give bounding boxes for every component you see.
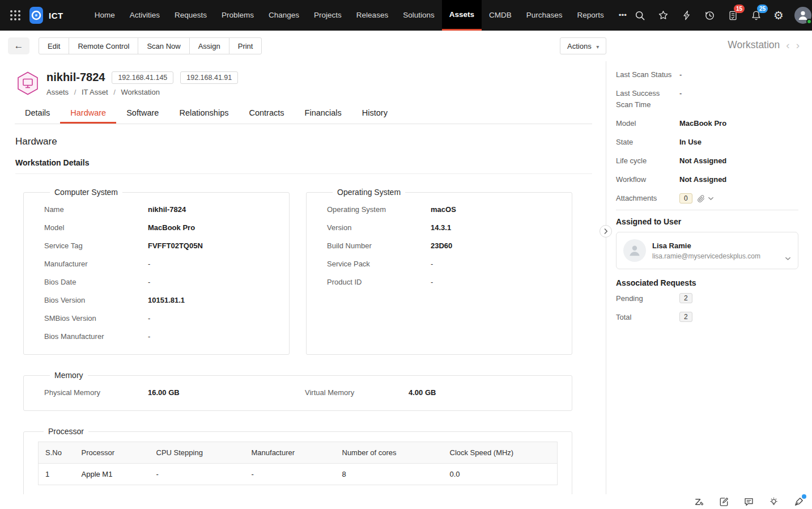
nav-activities[interactable]: Activities bbox=[122, 0, 167, 31]
prev-asset-icon[interactable]: ‹ bbox=[786, 40, 789, 50]
nav-changes[interactable]: Changes bbox=[261, 0, 307, 31]
nav-purchases[interactable]: Purchases bbox=[519, 0, 570, 31]
tab-history[interactable]: History bbox=[352, 103, 398, 124]
presence-indicator bbox=[806, 19, 812, 24]
tips-lightbulb-icon[interactable] bbox=[768, 496, 779, 507]
quick-actions-icon[interactable] bbox=[681, 9, 693, 22]
nav-assets[interactable]: Assets bbox=[442, 0, 482, 31]
field-value: nikhil-7824 bbox=[148, 205, 186, 214]
computer-system-panel: Computer System Namenikhil-7824 ModelMac… bbox=[23, 188, 290, 355]
field-row: Build Number23D60 bbox=[327, 236, 572, 255]
remote-control-button[interactable]: Remote Control bbox=[69, 37, 138, 54]
user-avatar[interactable] bbox=[794, 7, 811, 24]
nav-requests[interactable]: Requests bbox=[167, 0, 214, 31]
zia-assistant-icon[interactable] bbox=[693, 496, 704, 507]
assigned-user-name: Lisa Ramie bbox=[652, 241, 760, 250]
search-icon[interactable] bbox=[634, 9, 647, 22]
asset-tabs: Details Hardware Software Relationships … bbox=[15, 103, 592, 124]
notifications-bell-icon[interactable]: 25 bbox=[750, 9, 763, 22]
nav-releases[interactable]: Releases bbox=[349, 0, 396, 31]
assign-button[interactable]: Assign bbox=[189, 37, 229, 54]
attachments-chevron-down-icon[interactable] bbox=[708, 196, 714, 201]
sidebar-field-row: WorkflowNot Assigned bbox=[616, 174, 798, 185]
user-card-chevron-down-icon[interactable] bbox=[785, 256, 791, 261]
tab-details[interactable]: Details bbox=[15, 103, 60, 124]
breadcrumb-workstation[interactable]: Workstation bbox=[121, 88, 160, 96]
field-row: Bios Version10151.81.1 bbox=[44, 291, 289, 309]
operating-system-panel: Operating System Operating SystemmacOS V… bbox=[306, 188, 572, 355]
feedback-chat-icon[interactable] bbox=[743, 496, 754, 507]
entity-pager: Workstation ‹ › bbox=[728, 39, 800, 51]
tab-financials[interactable]: Financials bbox=[295, 103, 352, 124]
print-button[interactable]: Print bbox=[229, 37, 262, 54]
sidebar-field-row: Last Success Scan Time- bbox=[616, 88, 798, 111]
column-header: Number of cores bbox=[335, 442, 443, 464]
column-header: Clock Speed (MHz) bbox=[443, 442, 558, 464]
column-header: Processor bbox=[75, 442, 150, 464]
scan-now-button[interactable]: Scan Now bbox=[138, 37, 189, 54]
field-value: macOS bbox=[431, 205, 456, 214]
field-label: Service Pack bbox=[327, 260, 431, 268]
field-value: - bbox=[679, 69, 682, 80]
sidebar-collapse-toggle[interactable] bbox=[600, 225, 612, 237]
nav-more[interactable]: ••• bbox=[611, 0, 634, 31]
operating-system-legend: Operating System bbox=[333, 188, 405, 197]
field-label: Build Number bbox=[327, 241, 431, 250]
table-cell: 0.0 bbox=[443, 464, 558, 485]
processor-panel: Processor S.No Processor CPU Stepping Ma… bbox=[23, 427, 572, 496]
field-value: MacBook Pro bbox=[148, 223, 195, 232]
tab-contracts[interactable]: Contracts bbox=[239, 103, 294, 124]
sidebar-field-row: StateIn Use bbox=[616, 137, 798, 148]
breadcrumb: Assets / IT Asset / Workstation bbox=[46, 88, 238, 96]
nav-problems[interactable]: Problems bbox=[214, 0, 261, 31]
table-cell: Apple M1 bbox=[75, 464, 150, 485]
field-value: 4.00 GB bbox=[409, 388, 436, 397]
tab-software[interactable]: Software bbox=[116, 103, 169, 124]
rewards-icon[interactable] bbox=[657, 9, 670, 22]
nav-cmdb[interactable]: CMDB bbox=[482, 0, 519, 31]
nav-reports[interactable]: Reports bbox=[570, 0, 611, 31]
field-row: Bios Manufacturer- bbox=[44, 327, 289, 345]
breadcrumb-it-asset[interactable]: IT Asset bbox=[82, 88, 108, 96]
column-header: Manufacturer bbox=[245, 442, 335, 464]
paperclip-icon[interactable] bbox=[697, 194, 705, 203]
apps-grid-icon[interactable] bbox=[10, 10, 20, 20]
total-count-badge[interactable]: 2 bbox=[679, 312, 692, 322]
release-notes-icon[interactable] bbox=[718, 496, 729, 507]
assigned-user-card[interactable]: Lisa Ramie lisa.ramie@myservicedeskplus.… bbox=[616, 232, 798, 269]
back-button[interactable]: ← bbox=[8, 37, 29, 54]
nav-solutions[interactable]: Solutions bbox=[396, 0, 442, 31]
edit-button[interactable]: Edit bbox=[39, 37, 69, 54]
ip-address-badge: 192.168.41.91 bbox=[180, 71, 238, 84]
breadcrumb-separator: / bbox=[113, 88, 116, 96]
field-value: - bbox=[148, 260, 150, 268]
approvals-icon[interactable]: 15 bbox=[727, 9, 739, 22]
assigned-user-email: lisa.ramie@myservicedeskplus.com bbox=[652, 252, 760, 260]
assigned-to-user-heading: Assigned to User bbox=[616, 217, 798, 226]
next-asset-icon[interactable]: › bbox=[796, 40, 800, 50]
settings-gear-icon[interactable]: ⚙ bbox=[773, 10, 784, 21]
notifications-count-badge: 25 bbox=[757, 5, 768, 13]
tab-relationships[interactable]: Relationships bbox=[169, 103, 239, 124]
help-assistant-icon[interactable] bbox=[793, 496, 804, 507]
table-row: 1 Apple M1 - - 8 0.0 bbox=[39, 464, 558, 485]
table-header-row: S.No Processor CPU Stepping Manufacturer… bbox=[39, 442, 558, 464]
tab-hardware[interactable]: Hardware bbox=[60, 103, 116, 124]
total-label: Total bbox=[616, 313, 679, 321]
history-icon[interactable] bbox=[704, 9, 716, 22]
asset-action-buttons: Edit Remote Control Scan Now Assign Prin… bbox=[39, 37, 262, 54]
nav-projects[interactable]: Projects bbox=[307, 0, 349, 31]
field-label: State bbox=[616, 137, 673, 148]
table-cell: 1 bbox=[39, 464, 75, 485]
pending-count-badge[interactable]: 2 bbox=[679, 293, 692, 303]
actions-dropdown-button[interactable]: Actions ▾ bbox=[560, 37, 606, 54]
breadcrumb-assets[interactable]: Assets bbox=[46, 88, 69, 96]
field-label: Version bbox=[327, 223, 431, 232]
field-value: - bbox=[679, 88, 682, 99]
entity-type-label: Workstation bbox=[728, 39, 780, 51]
app-logo-icon[interactable] bbox=[29, 7, 43, 24]
nav-home[interactable]: Home bbox=[87, 0, 122, 31]
field-label: Life cycle bbox=[616, 155, 673, 167]
total-requests-row: Total 2 bbox=[616, 312, 798, 322]
field-value: FVFFT02TQ05N bbox=[148, 241, 203, 250]
